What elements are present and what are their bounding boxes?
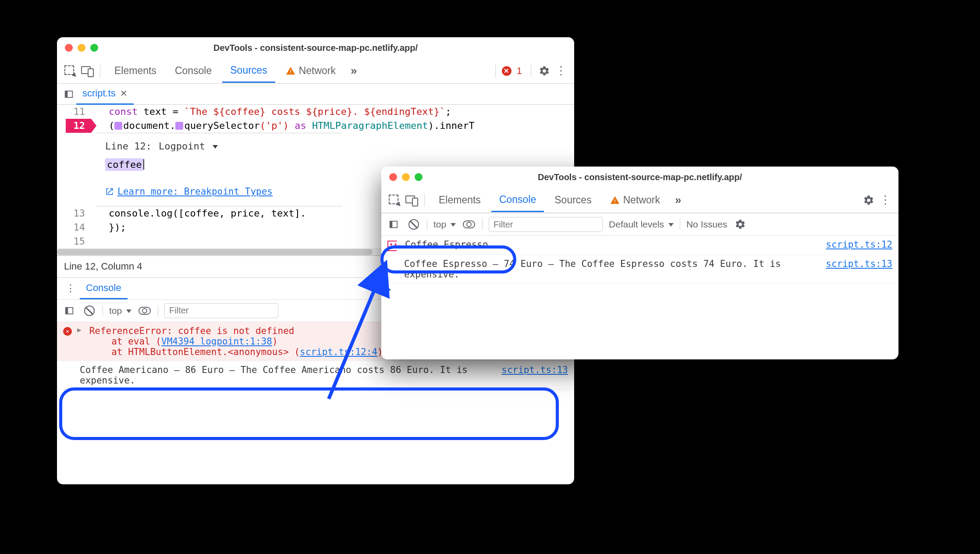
- dom-badge-icon: [175, 122, 183, 130]
- zoom-window-button[interactable]: [90, 44, 98, 52]
- error-count[interactable]: 1: [514, 65, 525, 77]
- divider: [427, 219, 427, 230]
- device-toolbar-icon[interactable]: [80, 64, 94, 78]
- log-body: Coffee Espresso: [405, 239, 813, 250]
- console-logpoint-message[interactable]: Coffee Espresso script.ts:12: [381, 236, 898, 255]
- drawer-menu-icon[interactable]: ⋮: [61, 283, 80, 294]
- svg-rect-3: [66, 307, 68, 314]
- minimize-window-button[interactable]: [402, 173, 410, 181]
- live-expression-icon[interactable]: [462, 217, 476, 231]
- kebab-menu-icon[interactable]: ⋮: [554, 64, 568, 78]
- close-window-button[interactable]: [389, 173, 397, 181]
- tab-elements[interactable]: Elements: [431, 189, 489, 211]
- tab-console[interactable]: Console: [167, 60, 220, 82]
- console-filter-input[interactable]: [489, 217, 603, 232]
- inspect-element-icon[interactable]: [387, 193, 401, 207]
- drawer-tab-console[interactable]: Console: [80, 278, 128, 299]
- device-toolbar-icon[interactable]: [404, 193, 418, 207]
- file-tabstrip: script.ts ✕: [57, 84, 574, 105]
- live-expression-icon[interactable]: [138, 304, 152, 318]
- devtools-window-2: DevTools - consistent-source-map-pc.netl…: [381, 167, 898, 359]
- error-icon: ✕: [63, 327, 72, 336]
- tab-network-label: Network: [299, 65, 336, 77]
- settings-icon[interactable]: [537, 64, 551, 78]
- tab-network[interactable]: Network: [602, 189, 668, 211]
- divider: [680, 219, 680, 230]
- log-body: Coffee Espresso – 74 Euro – The Coffee E…: [387, 259, 813, 280]
- main-toolbar: Elements Console Sources Network » ✕ 1 ⋮: [57, 58, 574, 84]
- file-tab-script-ts[interactable]: script.ts ✕: [76, 83, 134, 105]
- context-selector[interactable]: top: [433, 219, 456, 230]
- line-number[interactable]: 15: [57, 234, 91, 249]
- more-tabs-button[interactable]: »: [346, 64, 361, 78]
- console-messages: Coffee Espresso script.ts:12 Coffee Espr…: [381, 236, 898, 296]
- tab-network[interactable]: Network: [278, 60, 344, 82]
- warning-icon: [610, 195, 620, 205]
- dom-badge-icon: [114, 122, 122, 130]
- logpoint-marker[interactable]: 12: [57, 119, 91, 133]
- more-tabs-button[interactable]: »: [671, 193, 685, 207]
- message-source-link[interactable]: script.ts:13: [819, 259, 892, 269]
- code-line-12: (document.querySelector('p') as HTMLPara…: [91, 119, 574, 133]
- close-tab-icon[interactable]: ✕: [120, 88, 128, 99]
- titlebar: DevTools - consistent-source-map-pc.netl…: [381, 167, 898, 188]
- window-title: DevTools - consistent-source-map-pc.netl…: [57, 43, 574, 53]
- clear-console-icon[interactable]: [82, 304, 96, 318]
- logpoint-type-select[interactable]: Logpoint: [156, 139, 218, 153]
- log-levels-selector[interactable]: Default levels: [609, 219, 674, 230]
- annotation-arrow: [316, 245, 438, 408]
- tab-sources[interactable]: Sources: [222, 59, 275, 83]
- titlebar: DevTools - consistent-source-map-pc.netl…: [57, 37, 574, 58]
- traffic-lights: [389, 173, 423, 181]
- line-number[interactable]: 11: [57, 105, 91, 119]
- sidebar-toggle-icon[interactable]: [62, 304, 76, 318]
- logpoint-expression-input[interactable]: coffee: [105, 158, 333, 172]
- logpoint-editor: Line 12: Logpoint coffee Learn more: Bre…: [96, 133, 342, 206]
- traffic-lights: [65, 44, 98, 52]
- toolbar-divider: [531, 64, 531, 78]
- stack-link[interactable]: VM4394 logpoint:1:38: [161, 336, 272, 347]
- console-toolbar: top Default levels No Issues: [381, 213, 898, 236]
- error-indicator-icon[interactable]: ✕: [502, 66, 511, 76]
- sidebar-toggle-icon[interactable]: [387, 217, 401, 231]
- console-prompt[interactable]: [381, 284, 898, 296]
- svg-rect-1: [65, 91, 68, 97]
- divider: [482, 219, 483, 230]
- context-selector[interactable]: top: [109, 305, 131, 316]
- tab-sources[interactable]: Sources: [547, 189, 599, 211]
- logpoint-line-label: Line 12:: [105, 139, 152, 153]
- toolbar-divider: [100, 64, 100, 78]
- divider: [158, 305, 158, 316]
- cursor-position: Line 12, Column 4: [64, 261, 142, 272]
- line-number[interactable]: 14: [57, 220, 91, 234]
- navigator-toggle-icon[interactable]: [61, 89, 76, 99]
- minimize-window-button[interactable]: [78, 44, 85, 52]
- kebab-menu-icon[interactable]: ⋮: [878, 193, 892, 207]
- main-toolbar: Elements Console Sources Network » ⋮: [381, 188, 898, 213]
- tab-network-label: Network: [623, 194, 660, 206]
- line-number[interactable]: 13: [57, 206, 91, 220]
- svg-line-6: [329, 263, 386, 399]
- issues-indicator[interactable]: No Issues: [686, 219, 727, 230]
- settings-icon[interactable]: [862, 193, 876, 207]
- close-window-button[interactable]: [65, 44, 73, 52]
- console-log-message[interactable]: Coffee Espresso – 74 Euro – The Coffee E…: [381, 255, 898, 284]
- toolbar-divider: [495, 64, 496, 78]
- message-source-link[interactable]: script.ts:13: [494, 365, 568, 375]
- svg-rect-5: [390, 221, 393, 228]
- console-filter-input[interactable]: [164, 303, 278, 318]
- tab-console[interactable]: Console: [491, 188, 544, 212]
- file-tab-label: script.ts: [82, 88, 116, 99]
- inspect-element-icon[interactable]: [63, 64, 77, 78]
- clear-console-icon[interactable]: [407, 217, 421, 231]
- code-line-11: const text = `The ${coffee} costs ${pric…: [91, 105, 574, 119]
- divider: [103, 305, 103, 316]
- console-settings-icon[interactable]: [733, 217, 747, 231]
- warning-icon: [286, 66, 295, 76]
- message-source-link[interactable]: script.ts:12: [819, 239, 892, 250]
- learn-more-link[interactable]: Learn more: Breakpoint Types: [105, 185, 333, 198]
- tab-elements[interactable]: Elements: [107, 60, 164, 82]
- zoom-window-button[interactable]: [415, 173, 423, 181]
- expand-icon[interactable]: ▶: [77, 326, 82, 334]
- toolbar-divider: [424, 194, 425, 207]
